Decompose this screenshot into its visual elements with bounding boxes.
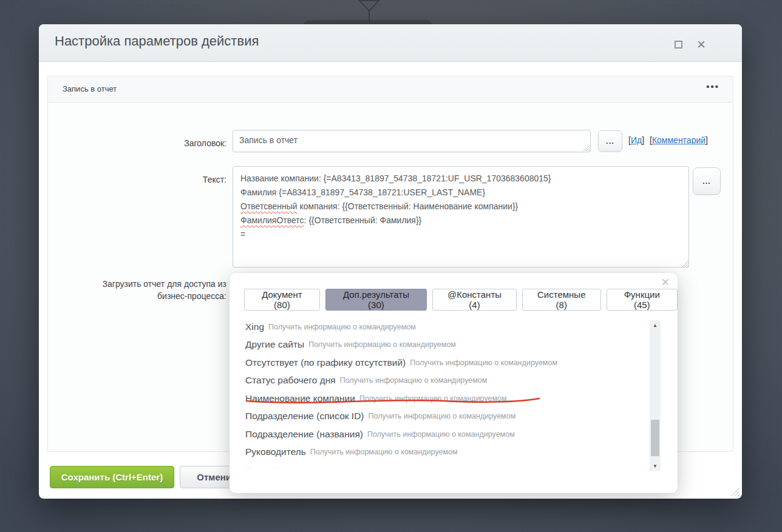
item-desc: Получить информацию о командируемом — [268, 323, 416, 331]
item-name: Отсутствует (по графику отсутствий) — [245, 357, 406, 368]
maximize-button[interactable] — [672, 38, 685, 51]
text-line: Фамилия {=A83413_81897_54738_18721:USER_… — [240, 186, 681, 200]
popup-list-item[interactable]: Подразделение (список ID)Получить информ… — [245, 408, 640, 426]
title-input-value: Запись в отчет — [239, 135, 298, 145]
dialog-title: Настройка параметров действия — [55, 33, 259, 49]
dialog-header: Настройка параметров действия ✕ — [39, 24, 742, 62]
panel-menu-icon[interactable]: ••• — [706, 81, 719, 92]
panel-title: Запись в отчет — [63, 84, 117, 93]
title-more-button[interactable]: ... — [598, 130, 622, 152]
text-line: Название компании: {=A83413_81897_54738_… — [240, 172, 681, 186]
popup-tab[interactable]: Системные (8) — [522, 289, 600, 311]
item-desc: Получить информацию о командируемом — [340, 376, 488, 385]
item-name: Статус рабочего дня — [245, 375, 336, 386]
field-links: [Ид][Комментарий] — [628, 135, 713, 145]
popup-close-icon[interactable]: ✕ — [661, 276, 670, 289]
maximize-icon — [675, 41, 682, 49]
popup-scrollbar[interactable]: ▲ ▼ — [650, 320, 661, 471]
item-name: Подразделение (названия) — [245, 429, 363, 440]
text-line: Ответсвенный компания: {{Ответственный: … — [240, 200, 681, 214]
resize-handle-icon[interactable] — [583, 144, 590, 151]
item-name: Другие сайты — [245, 339, 304, 350]
popup-list: XingПолучить информацию о командируемомД… — [245, 318, 640, 470]
popup-tab[interactable]: Функции (45) — [607, 289, 678, 311]
text-field-label: Текст: — [48, 173, 226, 186]
close-button[interactable]: ✕ — [695, 38, 708, 51]
text-more-button[interactable]: ... — [693, 167, 721, 195]
popup-list-item[interactable]: Отсутствует (по графику отсутствий)Получ… — [245, 354, 640, 372]
misspelled-word: ФамилияОтветс — [240, 215, 304, 225]
popup-list-item[interactable]: РуководительПолучить информацию о команд… — [245, 443, 640, 462]
item-name: Xing — [245, 322, 264, 332]
popup-list-item[interactable]: Подразделение (названия)Получить информа… — [245, 425, 640, 443]
text-line: ФамилияОтветс: {{Ответственный: Фамилия}… — [240, 214, 681, 227]
item-desc: Получить информацию о командируемом — [359, 394, 507, 403]
popup-tab[interactable]: @Константы (4) — [432, 289, 517, 311]
upload-field-label: Загрузить отчет для доступа из бизнес-пр… — [48, 278, 226, 302]
variable-picker-popup: ✕ Документ (80)Доп.результаты (30)@Конст… — [229, 273, 678, 493]
item-desc: Получить информацию о командируемом — [410, 359, 557, 367]
save-button[interactable]: Сохранить (Ctrl+Enter) — [50, 466, 174, 488]
popup-list-item[interactable]: Наименование компанииПолучить информацию… — [245, 389, 640, 408]
text-line: = — [240, 227, 681, 241]
comment-link-wrap: [Комментарий] — [650, 135, 708, 145]
popup-tabs: Документ (80)Доп.результаты (30)@Констан… — [244, 289, 678, 311]
popup-tab[interactable]: Доп.результаты (30) — [325, 289, 427, 311]
popup-list-item[interactable]: XingПолучить информацию о командируемом — [245, 318, 640, 336]
item-name: Наименование компании — [245, 393, 355, 404]
comment-link[interactable]: Комментарий — [652, 135, 706, 145]
workflow-connector-icon — [340, 0, 401, 22]
item-desc: Запись в отчет — [275, 466, 327, 470]
item-name: Подразделение (список ID) — [245, 411, 364, 422]
item-desc: Получить информацию о командируемом — [367, 430, 515, 439]
item-name: Отчет — [245, 465, 271, 470]
close-icon: ✕ — [696, 39, 706, 50]
upload-label-line1: Загрузить отчет для доступа из — [48, 278, 226, 290]
popup-tab[interactable]: Документ (80) — [244, 289, 320, 311]
title-field-label: Заголовок: — [48, 137, 226, 149]
upload-label-line2: бизнес-процесса: — [48, 290, 226, 302]
item-desc: Получить информацию о командируемом — [369, 412, 516, 420]
scrollbar-thumb[interactable] — [651, 420, 659, 456]
popup-list-item[interactable]: ОтчетЗапись в отчет — [245, 461, 640, 470]
text-field[interactable]: Название компании: {=A83413_81897_54738_… — [233, 166, 689, 268]
id-link-wrap: [Ид] — [628, 135, 644, 145]
dialog-resize-handle-icon[interactable] — [730, 487, 739, 496]
item-desc: Получить информацию о командируемом — [308, 340, 456, 349]
item-desc: Получить информацию о командируемом — [310, 448, 458, 456]
item-name: Руководитель — [245, 446, 306, 457]
scroll-up-icon[interactable]: ▲ — [650, 320, 661, 330]
panel-header: Запись в отчет ••• — [48, 76, 733, 103]
popup-list-item[interactable]: Статус рабочего дняПолучить информацию о… — [245, 372, 640, 390]
title-input[interactable]: Запись в отчет — [233, 130, 591, 152]
scroll-down-icon[interactable]: ▼ — [650, 461, 661, 471]
popup-list-item[interactable]: Другие сайтыПолучить информацию о команд… — [245, 336, 640, 354]
misspelled-word: Ответсвенный — [240, 201, 298, 211]
id-link[interactable]: Ид — [631, 135, 642, 145]
